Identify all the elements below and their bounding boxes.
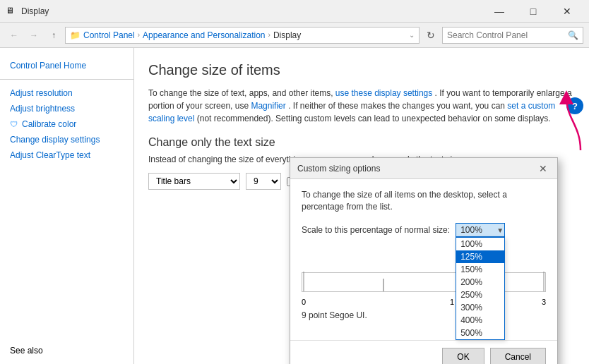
dropdown-item-300[interactable]: 300% xyxy=(456,301,504,314)
dropdown-item-150[interactable]: 150% xyxy=(456,263,504,276)
desc-text-3: . If neither of these makes the changes … xyxy=(288,101,507,111)
sidebar-home-link[interactable]: Control Panel Home xyxy=(0,55,133,73)
dialog-footer: OK Cancel xyxy=(290,340,557,364)
ruler-label-1: 1 xyxy=(450,298,454,306)
sidebar-item-adjust-brightness[interactable]: Adjust brightness xyxy=(0,101,133,116)
cancel-button[interactable]: Cancel xyxy=(490,348,546,364)
up-button[interactable]: ↑ xyxy=(45,27,62,44)
refresh-button[interactable]: ↻ xyxy=(422,27,439,44)
minimize-button[interactable]: — xyxy=(483,1,516,22)
scale-select-container: 100% ▼ 100% 125% 150% 200% 250% 300% 400… xyxy=(456,223,505,237)
dialog-close-button[interactable]: ✕ xyxy=(536,162,550,176)
ok-button[interactable]: OK xyxy=(442,348,484,364)
font-size-select[interactable]: 9 xyxy=(246,173,281,190)
font-element-select[interactable]: Title bars xyxy=(148,173,240,190)
sidebar-item-cleartype[interactable]: Adjust ClearType text xyxy=(0,147,133,163)
breadcrumb-current: Display xyxy=(273,30,301,40)
scale-label: Scale to this percentage of normal size: xyxy=(302,225,450,235)
window-title: Display xyxy=(21,6,483,16)
dropdown-item-125[interactable]: 125% xyxy=(456,250,504,263)
forward-button[interactable]: → xyxy=(25,27,42,44)
ruler-labels: 0 1 3 xyxy=(302,298,546,306)
sidebar-item-adjust-resolution[interactable]: Adjust resolution xyxy=(0,85,133,101)
sidebar-divider xyxy=(0,79,133,80)
sidebar-item-calibrate-color[interactable]: 🛡 Calibrate color xyxy=(0,116,133,132)
title-bar: 🖥 Display — □ ✕ xyxy=(0,0,589,23)
section2-title: Change only the text size xyxy=(148,136,575,149)
sidebar-item-change-display[interactable]: Change display settings xyxy=(0,132,133,147)
see-also-section: See also xyxy=(10,346,43,356)
scale-dropdown-list: 100% 125% 150% 200% 250% 300% 400% 500% xyxy=(456,237,505,340)
maximize-button[interactable]: □ xyxy=(517,1,549,22)
see-also-label: See also xyxy=(10,346,43,356)
custom-sizing-dialog: Custom sizing options ✕ To change the si… xyxy=(290,157,558,364)
ruler: for(let i=0;i<=340;i+=5){document.write(… xyxy=(302,272,546,292)
search-icon: 🔍 xyxy=(568,30,578,40)
shield-icon: 🛡 xyxy=(10,120,18,128)
calibrate-color-label: Calibrate color xyxy=(22,119,76,129)
back-button[interactable]: ← xyxy=(6,27,23,44)
sidebar: Control Panel Home Adjust resolution Adj… xyxy=(0,48,134,364)
search-box: 🔍 xyxy=(442,27,583,44)
dialog-description: To change the size of all items on the d… xyxy=(302,189,546,213)
content-description: To change the size of text, apps, and ot… xyxy=(148,87,575,125)
dropdown-item-200[interactable]: 200% xyxy=(456,276,504,289)
breadcrumb-control-panel[interactable]: Control Panel xyxy=(83,30,135,40)
address-bar: ← → ↑ 📁 Control Panel › Appearance and P… xyxy=(0,23,589,48)
dialog-scale-row: Scale to this percentage of normal size:… xyxy=(302,223,546,237)
window-controls: — □ ✕ xyxy=(483,1,583,22)
scale-select[interactable]: 100% xyxy=(456,223,505,237)
main-container: Control Panel Home Adjust resolution Adj… xyxy=(0,48,589,364)
content-title: Change size of items xyxy=(148,62,575,78)
breadcrumb: 📁 Control Panel › Appearance and Persona… xyxy=(65,27,420,44)
dialog-titlebar: Custom sizing options ✕ xyxy=(290,158,557,179)
font-info: 9 point Segoe UI. xyxy=(302,310,546,320)
annotation-arrow xyxy=(552,90,588,156)
desc-text-1: To change the size of text, apps, and ot… xyxy=(148,88,335,98)
dropdown-item-100[interactable]: 100% xyxy=(456,238,504,250)
breadcrumb-appearance[interactable]: Appearance and Personalization xyxy=(143,30,265,40)
dialog-title: Custom sizing options xyxy=(297,164,536,174)
search-input[interactable] xyxy=(447,30,568,40)
magnifier-link[interactable]: Magnifier xyxy=(251,101,285,111)
desc-text-4: (not recommended). Setting custom levels… xyxy=(197,114,551,123)
display-settings-link[interactable]: use these display settings xyxy=(335,88,432,98)
dropdown-item-400[interactable]: 400% xyxy=(456,314,504,327)
window-icon: 🖥 xyxy=(6,6,17,17)
ruler-label-3: 3 xyxy=(542,298,546,306)
ruler-label-0: 0 xyxy=(302,298,306,306)
content-area: ? Change size of items To change the siz… xyxy=(134,48,589,364)
close-button[interactable]: ✕ xyxy=(551,1,583,22)
dropdown-item-250[interactable]: 250% xyxy=(456,289,504,301)
dialog-content: To change the size of all items on the d… xyxy=(290,179,557,340)
breadcrumb-folder-icon: 📁 xyxy=(70,30,81,40)
dropdown-item-500[interactable]: 500% xyxy=(456,327,504,339)
ruler-container: for(let i=0;i<=340;i+=5){document.write(… xyxy=(302,272,546,320)
